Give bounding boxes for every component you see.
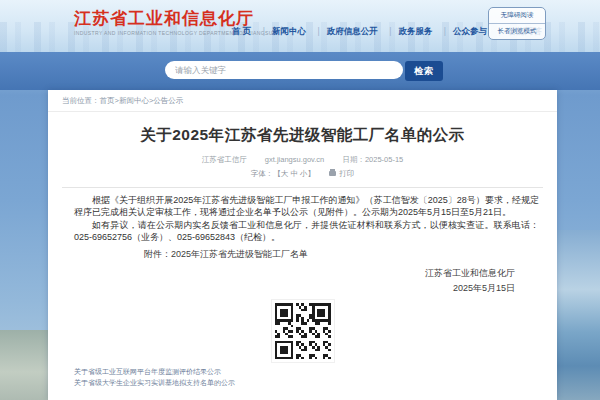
article-site-url: gxt.jiangsu.gov.cn [265, 155, 324, 164]
article-meta: 江苏省工信厅 gxt.jiangsu.gov.cn 日期：2025-05-15 [48, 155, 557, 165]
nav-item-info-disclosure[interactable]: 政府信息公开 [311, 26, 378, 36]
background-photo-right [557, 230, 600, 400]
print-icon [329, 171, 336, 176]
nav-item-participation[interactable]: 公众参与 [437, 26, 487, 36]
attachment-link[interactable]: 附件：2025年江苏省先进级智能工厂名单 [144, 248, 557, 261]
related-links: 关于省级工业互联网平台年度监测评价结果公示 关于省级大学生企业实习实训基地拟支持… [74, 366, 235, 388]
related-link-training-base[interactable]: 关于省级大学生企业实习实训基地拟支持名单的公示 [74, 377, 235, 388]
article-paragraph: 如有异议，请在公示期内实名反馈省工业和信息化厅，并提供佐证材料和联系方式，以便核… [74, 220, 539, 243]
site-header: 江苏省工业和信息化厅 INDUSTRY AND INFORMATION TECH… [0, 0, 600, 52]
article-paragraph: 根据《关于组织开展2025年江苏省先进级智能工厂申报工作的通知》（苏工信智发〔2… [74, 195, 539, 218]
nav-item-news[interactable]: 新闻中心 [256, 26, 306, 36]
article-tools: 字体：【大 中 小】 打印 [48, 169, 557, 179]
related-link-platform-evaluation[interactable]: 关于省级工业互联网平台年度监测评价结果公示 [74, 366, 235, 377]
signature-block: 江苏省工业和信息化厅 2025年5月15日 [48, 266, 515, 296]
background-photo-left [0, 330, 48, 400]
search-band: 检索 [0, 52, 600, 90]
content-card: 当前位置：首页>新闻中心>公告公示 关于2025年江苏省先进级智能工厂名单的公示… [48, 90, 557, 400]
print-button[interactable]: 打印 [329, 169, 354, 178]
article-date: 日期：2025-05-15 [342, 155, 403, 164]
font-size-controls[interactable]: 字体：【大 中 小】 [251, 169, 315, 178]
page: 江苏省工业和信息化厅 INDUSTRY AND INFORMATION TECH… [0, 0, 600, 400]
search-input[interactable] [165, 61, 403, 79]
signature-date: 2025年5月15日 [48, 281, 515, 296]
nav-item-services[interactable]: 政务服务 [382, 26, 432, 36]
divider [62, 187, 543, 188]
accessibility-box: 无障碍阅读 长者浏览模式 [488, 7, 546, 40]
nav-item-home[interactable]: 首 页 [232, 26, 251, 36]
search-button[interactable]: 检索 [405, 61, 443, 81]
article-source: 江苏省工信厅 [202, 155, 247, 164]
accessible-reading-button[interactable]: 无障碍阅读 [489, 8, 545, 23]
breadcrumb: 当前位置：首页>新闻中心>公告公示 [48, 90, 557, 112]
signature-org: 江苏省工业和信息化厅 [48, 266, 515, 281]
page-title: 关于2025年江苏省先进级智能工厂名单的公示 [68, 125, 537, 146]
qr-code [272, 300, 334, 362]
elder-mode-button[interactable]: 长者浏览模式 [489, 23, 545, 39]
